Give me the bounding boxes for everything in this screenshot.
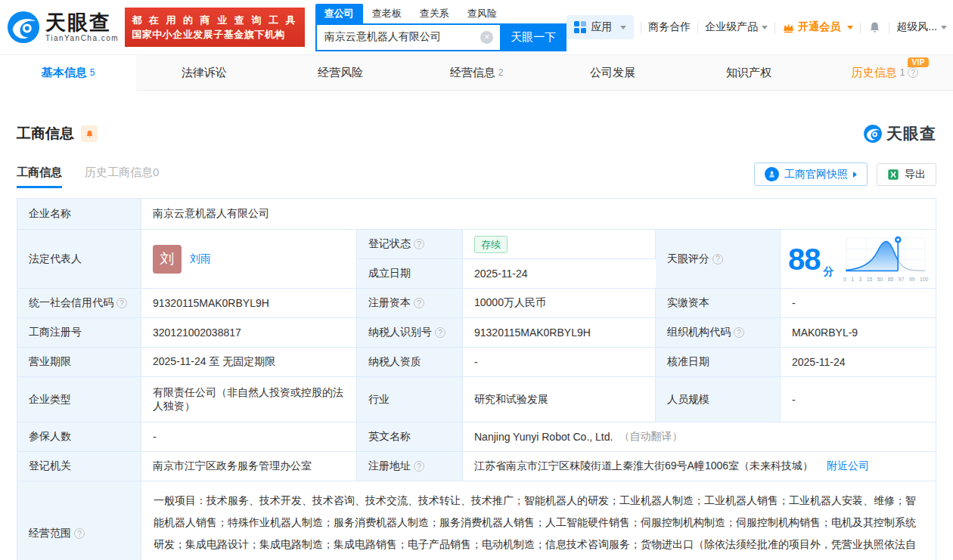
nav-cooperation[interactable]: 商务合作 — [648, 20, 691, 34]
tab-operational-risk[interactable]: 经营风险 — [272, 55, 408, 90]
nav-enterprise[interactable]: 企业级产品 — [705, 20, 768, 34]
field-label: 行业 — [357, 377, 463, 422]
field-label: 注册地址? — [357, 452, 463, 481]
business-scope-value: 一般项目：技术服务、技术开发、技术咨询、技术交流、技术转让、技术推广；智能机器人… — [141, 481, 936, 560]
help-icon[interactable]: ? — [734, 327, 744, 338]
search-input-wrap: × — [315, 23, 501, 51]
chevron-down-icon — [941, 26, 947, 29]
help-icon[interactable]: ? — [414, 461, 424, 472]
field-label: 经营范围? — [17, 481, 141, 560]
top-nav: 应用 商务合作 企业级产品 开通会员 超级风... — [567, 15, 947, 39]
vip-badge: VIP — [908, 57, 929, 67]
score-distribution-chart: 01 315 5085 9799 100 — [843, 235, 928, 283]
industry-value: 研究和试验发展 — [463, 377, 656, 422]
field-label: 天眼评分? — [656, 230, 781, 289]
notification-bell[interactable] — [868, 20, 882, 35]
field-label: 法定代表人 — [17, 230, 141, 289]
search-tabs: 查公司 查老板 查关系 查风险 — [315, 4, 567, 23]
search-tab-risk[interactable]: 查风险 — [458, 4, 506, 23]
monitor-bell-icon[interactable] — [81, 125, 98, 142]
tianyancha-eye-icon — [863, 124, 883, 144]
status-badge: 存续 — [474, 236, 508, 253]
help-icon[interactable]: ? — [712, 254, 723, 265]
tab-legal-litigation[interactable]: 法律诉讼 — [136, 55, 272, 90]
chevron-down-icon — [620, 26, 626, 29]
subtab-business-registration[interactable]: 工商信息 — [17, 166, 62, 188]
help-icon[interactable]: ? — [435, 327, 445, 338]
search-tab-company[interactable]: 查公司 — [315, 4, 363, 23]
nav-super-risk[interactable]: 超级风... — [896, 20, 947, 34]
field-label: 营业期限 — [17, 348, 141, 377]
table-row: 营业期限 2025-11-24 至 无固定期限 纳税人资质 - 核准日期 202… — [17, 348, 936, 377]
search-input[interactable] — [317, 25, 501, 50]
divider — [775, 22, 775, 33]
stamp-icon — [765, 167, 779, 181]
bell-icon — [868, 20, 882, 35]
tianyan-score-cell: 88 分 — [781, 230, 936, 289]
company-name-value: 南京云意机器人有限公司 — [141, 199, 936, 230]
field-label: 登记机关 — [17, 452, 141, 481]
table-row: 工商注册号 320121002038817 纳税人识别号? 91320115MA… — [17, 318, 936, 348]
search-tab-boss[interactable]: 查老板 — [363, 4, 411, 23]
tab-business-info[interactable]: 经营信息 2 — [408, 55, 545, 90]
official-snapshot-button[interactable]: 工商官网快照 — [754, 162, 868, 186]
clear-icon[interactable]: × — [480, 31, 493, 44]
field-label: 参保人数 — [17, 422, 141, 452]
reg-number-value: 320121002038817 — [141, 318, 357, 348]
reg-address-value: 江苏省南京市江宁区秣陵街道上秦淮大街69号A幢1006室（未来科技城） 附近公司 — [463, 452, 936, 481]
arrow-right-icon — [853, 172, 857, 178]
logo-subtitle: TianYanCha.com — [45, 34, 119, 42]
search-module: 查公司 查老板 查关系 查风险 × 天眼一下 — [315, 4, 567, 51]
score-axis-labels: 01 315 5085 9799 100 — [843, 277, 928, 283]
tab-count: 5 — [90, 67, 95, 78]
crown-icon — [782, 21, 795, 34]
field-label: 工商注册号 — [17, 318, 141, 348]
insured-count-value: - — [141, 422, 357, 452]
table-row: 参保人数 - 英文名称 Nanjing Yunyi Robot Co., Ltd… — [17, 422, 936, 452]
tab-intellectual-property[interactable]: 知识产权 — [681, 55, 817, 90]
help-icon[interactable]: ? — [74, 528, 85, 539]
legal-rep-link[interactable]: 刘雨 — [190, 252, 211, 266]
tab-history-info[interactable]: VIP 历史信息 1 ? — [817, 55, 953, 90]
nearby-companies-link[interactable]: 附近公司 — [827, 459, 869, 473]
tab-basic-info[interactable]: 基本信息 5 — [0, 55, 136, 91]
table-row: 经营范围? 一般项目：技术服务、技术开发、技术咨询、技术交流、技术转让、技术推广… — [17, 481, 936, 560]
help-icon[interactable]: ? — [908, 67, 918, 78]
business-term-value: 2025-11-24 至 无固定期限 — [141, 348, 357, 377]
taxpayer-quality-value: - — [463, 348, 656, 377]
tab-count: 2 — [498, 67, 504, 78]
tab-company-development[interactable]: 公司发展 — [545, 55, 681, 90]
main-content: 工商信息 天眼查 工商信息 历史工商信息0 工商官网快照 — [0, 123, 953, 560]
avatar[interactable]: 刘 — [153, 245, 182, 274]
nav-vip[interactable]: 开通会员 — [782, 20, 853, 34]
table-row: 企业名称 南京云意机器人有限公司 — [17, 199, 936, 230]
divider — [860, 22, 861, 33]
approval-date-value: 2025-11-24 — [781, 348, 936, 377]
table-row: 法定代表人 刘 刘雨 登记状态? 存续 天眼评分? 88 分 — [17, 230, 936, 289]
score-value: 88 — [788, 244, 821, 274]
export-button[interactable]: 导出 — [877, 163, 936, 186]
field-label: 核准日期 — [656, 348, 781, 377]
help-icon[interactable]: ? — [116, 298, 127, 308]
help-icon[interactable]: ? — [414, 298, 424, 308]
legal-rep-cell: 刘 刘雨 — [141, 230, 357, 289]
chevron-down-icon — [762, 26, 768, 29]
tianyancha-logo[interactable]: 天眼查 TianYanCha.com — [6, 10, 119, 45]
help-icon[interactable]: ? — [414, 239, 424, 249]
logo-title: 天眼查 — [45, 12, 119, 33]
field-label: 英文名称 — [357, 422, 463, 452]
search-button[interactable]: 天眼一下 — [500, 23, 567, 51]
company-type-value: 有限责任公司（非自然人投资或控股的法人独资） — [141, 377, 357, 422]
field-label: 组织机构代码? — [656, 318, 781, 348]
subtab-history-registration[interactable]: 历史工商信息0 — [85, 166, 159, 188]
auto-translate-note: （自动翻译） — [619, 430, 682, 444]
field-label: 登记状态? — [357, 230, 463, 259]
taxpayer-id-value: 91320115MAK0RBYL9H — [463, 318, 656, 348]
apps-label: 应用 — [591, 20, 612, 34]
reg-capital-value: 10000万人民币 — [463, 289, 656, 318]
apps-menu[interactable]: 应用 — [567, 15, 634, 39]
grid-icon — [574, 21, 586, 33]
search-tab-relation[interactable]: 查关系 — [411, 4, 458, 23]
divider — [889, 22, 889, 33]
field-label: 纳税人资质 — [357, 348, 463, 377]
